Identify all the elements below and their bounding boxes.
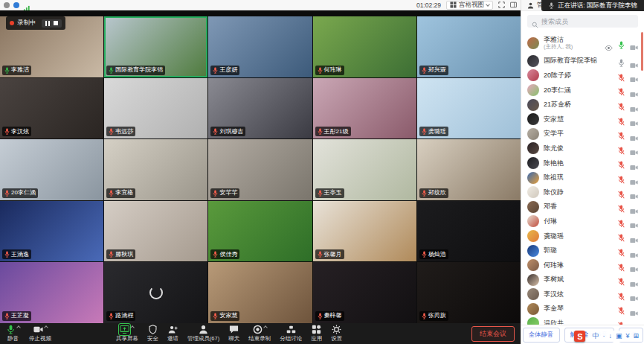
video-tile[interactable]: 龚璐瑶 <box>417 78 521 139</box>
participant-row[interactable]: 陈仪静 <box>521 185 644 200</box>
video-tile[interactable]: 李汉炫 <box>0 78 103 139</box>
mic-muted-icon[interactable] <box>618 217 625 226</box>
mic-muted-icon[interactable] <box>618 188 625 197</box>
participant-row[interactable]: 陈艳艳 <box>521 156 644 171</box>
stop-video-button[interactable]: 停止视频 <box>29 325 51 343</box>
mic-muted-icon[interactable] <box>618 71 625 80</box>
layout-icon[interactable] <box>510 1 517 8</box>
video-tile[interactable]: 刘琪穆吉 <box>208 78 312 139</box>
video-tile[interactable]: 路涵程 <box>104 262 207 323</box>
mic-muted-icon[interactable] <box>618 144 625 153</box>
video-tile[interactable]: 安芊芊 <box>208 139 312 200</box>
video-tile[interactable]: 安家慧 <box>208 262 312 323</box>
camera-icon[interactable] <box>630 233 638 239</box>
ime-icon[interactable]: · <box>602 331 605 341</box>
video-tile[interactable]: 王涵逸 <box>0 201 103 262</box>
video-tile[interactable]: 张馨月 <box>313 201 416 262</box>
participant-row[interactable]: 邓香 <box>521 200 644 214</box>
mute-button[interactable]: 静音 <box>6 325 20 343</box>
video-tile[interactable]: 何玮琳 <box>313 16 416 77</box>
video-tile[interactable]: 王芷凝 <box>0 262 103 323</box>
search-input[interactable] <box>541 18 634 25</box>
camera-icon[interactable] <box>630 145 638 151</box>
camera-icon[interactable] <box>630 116 638 122</box>
chat-button[interactable]: 聊天 <box>228 325 239 343</box>
video-tile[interactable]: 郑兴霖 <box>417 16 521 77</box>
camera-icon[interactable] <box>630 175 638 181</box>
record-button[interactable]: 结束录制 <box>248 325 271 343</box>
invite-button[interactable]: 邀请 <box>167 325 178 343</box>
participant-row[interactable]: 陈祖琪 <box>521 171 644 185</box>
video-tile[interactable]: 李宜格 <box>104 139 207 200</box>
grid-view-button[interactable]: 宫格视图 <box>446 1 493 10</box>
status-grey-icon[interactable] <box>4 2 10 8</box>
camera-icon[interactable] <box>630 218 638 224</box>
participant-row[interactable]: 陈尤俊 <box>521 141 644 156</box>
security-button[interactable]: 安全 <box>147 325 158 343</box>
mic-muted-icon[interactable] <box>618 305 625 313</box>
mic-muted-icon[interactable] <box>618 275 625 284</box>
camera-icon[interactable] <box>630 40 638 46</box>
camera-icon[interactable] <box>630 160 638 166</box>
camera-icon[interactable] <box>630 87 638 93</box>
mic-muted-icon[interactable] <box>618 173 625 182</box>
manage-participants-button[interactable]: 管理成员(67) <box>187 325 219 343</box>
camera-icon[interactable] <box>630 291 638 297</box>
camera-icon[interactable] <box>630 131 638 137</box>
end-meeting-button[interactable]: 结束会议 <box>471 326 515 342</box>
video-tile[interactable]: 国际教育学院李锦 <box>104 16 207 77</box>
apps-button[interactable]: 应用 <box>311 325 322 343</box>
participant-row[interactable]: 李树斌 <box>521 273 644 287</box>
ime-logo[interactable]: S <box>574 331 585 342</box>
settings-button[interactable]: 设置 <box>331 325 342 343</box>
fullscreen-icon[interactable] <box>498 1 505 8</box>
mic-muted-icon[interactable] <box>618 290 625 299</box>
eye-icon[interactable] <box>605 40 613 45</box>
participant-row[interactable]: 李雅洁(主持人, 我) <box>521 32 644 54</box>
mic-muted-icon[interactable] <box>618 319 625 325</box>
mute-all-button[interactable]: 全体静音 <box>523 328 560 343</box>
video-tile[interactable]: 滕秋琪 <box>104 201 207 262</box>
participant-row[interactable]: 温欣共 <box>521 316 644 325</box>
stop-recording-icon[interactable] <box>54 21 58 25</box>
participant-row[interactable]: 安学平 <box>521 127 644 141</box>
video-tile[interactable]: 秦梓馨 <box>313 262 416 323</box>
camera-icon[interactable] <box>630 320 638 325</box>
camera-icon[interactable] <box>630 277 638 283</box>
participant-row[interactable]: 21苏金桥 <box>521 98 644 112</box>
mic-muted-icon[interactable] <box>618 232 625 240</box>
participant-row[interactable]: 安家慧 <box>521 112 644 127</box>
participant-row[interactable]: 李汉炫 <box>521 287 644 302</box>
mic-muted-icon[interactable] <box>618 203 625 211</box>
video-tile[interactable]: 王彤21级 <box>313 78 416 139</box>
mic-muted-icon[interactable] <box>618 86 625 94</box>
mic-icon[interactable] <box>618 39 625 47</box>
video-tile[interactable]: 杨灿浩 <box>417 201 521 262</box>
share-screen-button[interactable]: 共享屏幕 <box>116 325 138 343</box>
scrollbar-thumb[interactable] <box>641 32 643 71</box>
camera-icon[interactable] <box>630 262 638 268</box>
mic-muted-icon[interactable] <box>618 246 625 255</box>
participant-row[interactable]: 郭璐 <box>521 243 644 258</box>
participant-row[interactable]: 龚璐瑶 <box>521 229 644 243</box>
participant-row[interactable]: 付琳 <box>521 214 644 229</box>
camera-icon[interactable] <box>630 102 638 108</box>
participant-row[interactable]: 20李仁涵 <box>521 83 644 98</box>
participant-row[interactable]: 国际教育学院李锦 <box>521 54 644 69</box>
participant-row[interactable]: 20陈子婷 <box>521 69 644 83</box>
status-blue-icon[interactable] <box>13 2 19 8</box>
camera-icon[interactable] <box>630 248 638 254</box>
camera-icon[interactable] <box>630 306 638 312</box>
camera-icon[interactable] <box>630 189 638 195</box>
camera-icon[interactable] <box>630 204 638 210</box>
camera-icon[interactable] <box>630 72 638 78</box>
mic-muted-icon[interactable] <box>618 115 625 124</box>
ime-icon[interactable]: 中 <box>592 331 599 341</box>
ime-icon[interactable]: ▣ <box>616 331 622 341</box>
video-tile[interactable]: 20李仁涵 <box>0 139 103 200</box>
breakout-rooms-button[interactable]: 分组讨论 <box>280 325 302 343</box>
participant-row[interactable]: 何玮琳 <box>521 258 644 273</box>
mic-muted-icon[interactable] <box>618 159 625 167</box>
video-tile[interactable]: 王亭玉 <box>313 139 416 200</box>
mic-muted-icon[interactable] <box>618 130 625 138</box>
